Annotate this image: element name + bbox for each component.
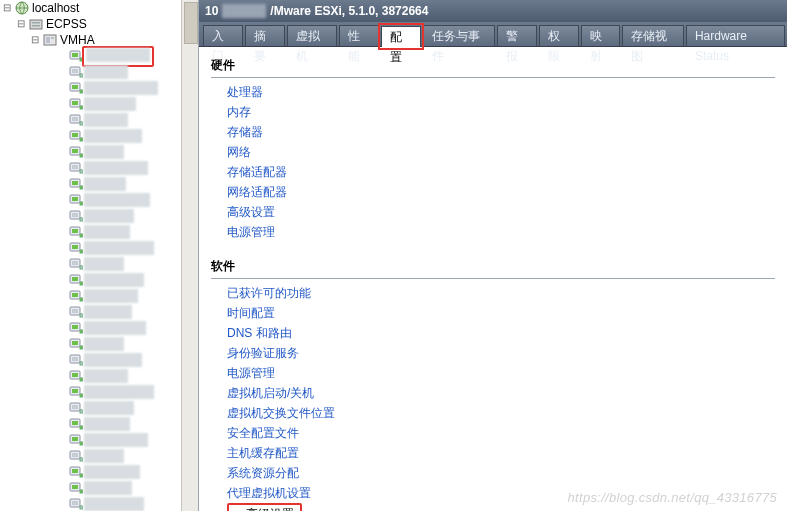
tree-vm-item[interactable] <box>68 48 182 64</box>
tab-tasks[interactable]: 任务与事件 <box>423 25 495 46</box>
tree-vm-item[interactable] <box>68 304 182 320</box>
tree-vm-item[interactable] <box>68 496 182 511</box>
svg-rect-27 <box>80 154 83 157</box>
tree-vm-item[interactable] <box>68 256 182 272</box>
config-link[interactable]: 系统资源分配 <box>227 463 775 483</box>
vm-icon <box>68 241 84 255</box>
tree-vm-item[interactable] <box>68 432 182 448</box>
tab-storeview[interactable]: 存储视图 <box>622 25 684 46</box>
svg-rect-1 <box>30 20 42 29</box>
svg-rect-74 <box>72 405 78 409</box>
svg-rect-2 <box>32 22 40 24</box>
tree-vm-item[interactable] <box>68 336 182 352</box>
tree-vm-item[interactable] <box>68 224 182 240</box>
tree-vm-item[interactable] <box>68 128 182 144</box>
config-link[interactable]: 时间配置 <box>227 303 775 323</box>
tree-datacenter-label: ECPSS <box>44 16 87 32</box>
tree-vm-item[interactable] <box>68 176 182 192</box>
svg-rect-84 <box>80 458 83 461</box>
tree-vm-item[interactable] <box>68 80 182 96</box>
host-icon <box>42 33 58 47</box>
tree-vm-item[interactable] <box>68 272 182 288</box>
config-link[interactable]: 代理虚拟机设置 <box>227 483 775 503</box>
svg-rect-35 <box>72 197 78 201</box>
tab-perm[interactable]: 权限 <box>539 25 579 46</box>
tab-alarms[interactable]: 警报 <box>497 25 537 46</box>
svg-rect-15 <box>80 90 83 93</box>
tree-vm-item[interactable] <box>68 64 182 80</box>
tree-vm-item[interactable] <box>68 480 182 496</box>
tree-collapse-icon[interactable]: ⊟ <box>28 32 42 48</box>
tab-hw[interactable]: Hardware Status <box>686 25 785 46</box>
tree-vm-label-blurred <box>84 97 136 111</box>
tree-vm-item[interactable] <box>68 352 182 368</box>
tree-vm-item[interactable] <box>68 288 182 304</box>
svg-rect-45 <box>80 250 83 253</box>
config-link-advanced-settings[interactable]: ▶高级设置 <box>227 503 302 511</box>
tree-vm-item[interactable] <box>68 240 182 256</box>
svg-rect-24 <box>80 138 83 141</box>
tree-vm-label-blurred <box>84 369 128 383</box>
config-link[interactable]: 安全配置文件 <box>227 423 775 443</box>
config-link[interactable]: 虚拟机交换文件位置 <box>227 403 775 423</box>
tree-collapse-icon[interactable]: ⊟ <box>0 0 14 16</box>
tree-collapse-icon[interactable]: ⊟ <box>14 16 28 32</box>
tree-vm-item[interactable] <box>68 464 182 480</box>
tree-row-root[interactable]: ⊟ localhost <box>0 0 182 16</box>
svg-rect-72 <box>80 394 83 397</box>
tree-vm-item[interactable] <box>68 448 182 464</box>
tree-scrollbar-thumb[interactable] <box>184 2 198 44</box>
tree-vm-label-blurred <box>84 129 142 143</box>
caret-right-icon: ▶ <box>235 505 242 511</box>
svg-rect-63 <box>80 346 83 349</box>
tree-vm-item[interactable] <box>68 400 182 416</box>
hardware-link-list: 处理器内存存储器网络存储适配器网络适配器高级设置电源管理 <box>211 82 775 242</box>
tree-vm-item[interactable] <box>68 144 182 160</box>
software-link-list: 已获许可的功能时间配置DNS 和路由身份验证服务电源管理虚拟机启动/关机虚拟机交… <box>211 283 775 511</box>
svg-rect-80 <box>72 437 78 441</box>
config-link[interactable]: 主机缓存配置 <box>227 443 775 463</box>
config-link[interactable]: 存储适配器 <box>227 162 775 182</box>
config-link[interactable]: 存储器 <box>227 122 775 142</box>
svg-rect-77 <box>72 421 78 425</box>
tree-vm-item[interactable] <box>68 320 182 336</box>
tab-perf[interactable]: 性能 <box>339 25 379 46</box>
svg-rect-11 <box>72 69 78 73</box>
tree-vm-item[interactable] <box>68 368 182 384</box>
config-link[interactable]: 虚拟机启动/关机 <box>227 383 775 403</box>
vm-icon <box>68 337 84 351</box>
config-link[interactable]: 已获许可的功能 <box>227 283 775 303</box>
tab-summary[interactable]: 摘要 <box>245 25 285 46</box>
svg-rect-75 <box>80 410 83 413</box>
svg-rect-29 <box>72 165 78 169</box>
tree-scrollbar[interactable] <box>181 0 198 511</box>
tree-vm-item[interactable] <box>68 96 182 112</box>
tree-vm-item[interactable] <box>68 384 182 400</box>
config-link[interactable]: 电源管理 <box>227 363 775 383</box>
tab-getting[interactable]: 入门 <box>203 25 243 46</box>
tab-config[interactable]: 配置 <box>381 26 421 47</box>
tree-row-datacenter[interactable]: ⊟ ECPSS <box>0 16 182 32</box>
tab-vms[interactable]: 虚拟机 <box>287 25 338 46</box>
tree-vm-item[interactable] <box>68 208 182 224</box>
tree-vm-label-blurred <box>84 145 124 159</box>
tree-vm-label-blurred <box>84 65 128 79</box>
tree-vm-item[interactable] <box>68 416 182 432</box>
svg-rect-12 <box>80 74 83 77</box>
config-link[interactable]: 处理器 <box>227 82 775 102</box>
tree-vm-label-blurred <box>84 257 124 271</box>
tree-vm-item[interactable] <box>68 112 182 128</box>
config-link[interactable]: 高级设置 <box>227 202 775 222</box>
svg-rect-86 <box>72 469 78 473</box>
config-link[interactable]: 内存 <box>227 102 775 122</box>
config-link[interactable]: 网络适配器 <box>227 182 775 202</box>
config-link[interactable]: 网络 <box>227 142 775 162</box>
config-link[interactable]: 电源管理 <box>227 222 775 242</box>
svg-rect-47 <box>72 261 78 265</box>
config-link[interactable]: DNS 和路由 <box>227 323 775 343</box>
config-link[interactable]: 身份验证服务 <box>227 343 775 363</box>
vm-icon <box>68 289 84 303</box>
tree-vm-item[interactable] <box>68 160 182 176</box>
tab-maps[interactable]: 映射 <box>581 25 621 46</box>
tree-vm-item[interactable] <box>68 192 182 208</box>
